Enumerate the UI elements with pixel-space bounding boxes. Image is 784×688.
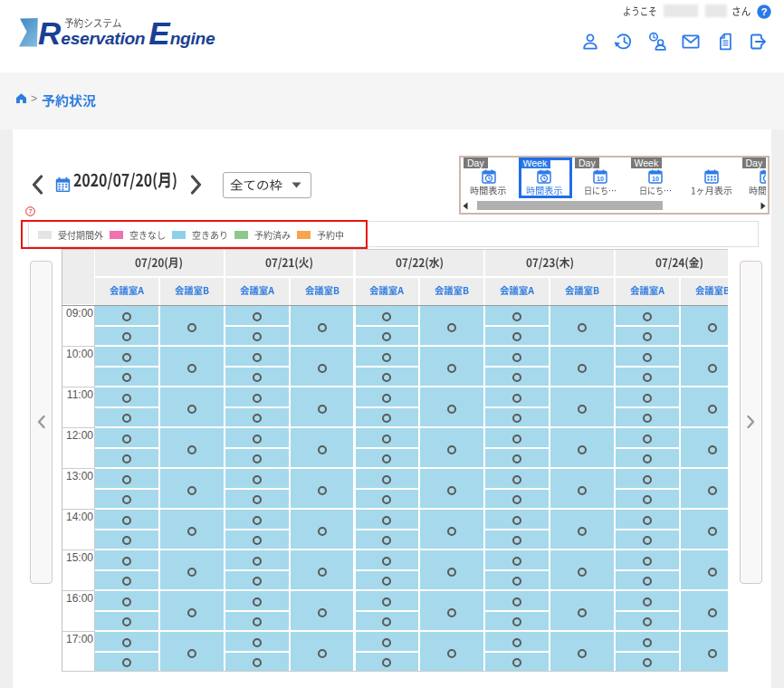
- svg-text:10: 10: [597, 176, 604, 182]
- svg-text:?: ?: [760, 6, 767, 17]
- svg-text:7: 7: [28, 207, 32, 215]
- svg-text:10: 10: [652, 176, 659, 182]
